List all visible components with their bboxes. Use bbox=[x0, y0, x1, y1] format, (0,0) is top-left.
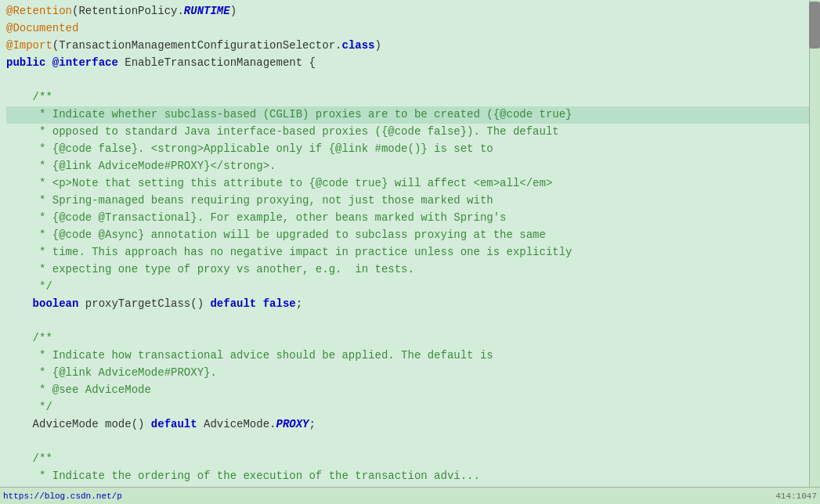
code-token: ; bbox=[296, 296, 302, 313]
code-line-10: * {@link AdviceMode#PROXY}</strong>. bbox=[6, 158, 814, 175]
code-line-28: * Indicate the ordering of the execution… bbox=[6, 468, 814, 485]
code-line-20: /** bbox=[6, 330, 814, 347]
code-line-15: * time. This approach has no negative im… bbox=[6, 244, 814, 261]
code-token bbox=[256, 296, 262, 313]
code-line-24: */ bbox=[6, 399, 814, 416]
code-line-14: * {@code @Async} annotation will be upgr… bbox=[6, 227, 814, 244]
code-token: * Indicate whether subclass-based (CGLIB… bbox=[6, 106, 573, 124]
code-line-11: * <p>Note that setting this attribute to… bbox=[6, 175, 814, 193]
bottom-bar-coords: 414:1047 bbox=[775, 491, 817, 501]
code-token: */ bbox=[6, 279, 52, 296]
code-line-21: * Indicate how transactional advice shou… bbox=[6, 347, 814, 365]
scrollbar[interactable] bbox=[809, 0, 820, 504]
code-line-3: @Import(TransactionManagementConfigurati… bbox=[6, 38, 814, 55]
code-token: * expecting one type of proxy vs another… bbox=[6, 261, 414, 279]
code-token: * {@code @Async} annotation will be upgr… bbox=[6, 227, 546, 244]
code-token: public bbox=[6, 55, 45, 72]
code-token bbox=[45, 55, 52, 72]
code-token: ; bbox=[309, 416, 316, 434]
code-token: false bbox=[263, 296, 296, 313]
code-token: @Retention bbox=[6, 3, 72, 20]
code-line-8: * opposed to standard Java interface-bas… bbox=[6, 124, 814, 141]
code-token: @Import bbox=[6, 38, 52, 55]
code-token: /** bbox=[6, 330, 52, 347]
code-line-5 bbox=[6, 72, 814, 89]
code-token: boolean bbox=[6, 296, 78, 313]
code-line-7: * Indicate whether subclass-based (CGLIB… bbox=[6, 106, 814, 124]
code-line-19 bbox=[6, 313, 814, 330]
code-token: */ bbox=[6, 399, 52, 416]
scrollbar-thumb[interactable] bbox=[809, 2, 820, 49]
code-line-22: * {@link AdviceMode#PROXY}. bbox=[6, 365, 814, 382]
code-line-2: @Documented bbox=[6, 20, 814, 38]
code-line-23: * @see AdviceMode bbox=[6, 382, 814, 399]
code-token: /** bbox=[6, 451, 52, 468]
code-line-26 bbox=[6, 434, 814, 451]
code-token: (RetentionPolicy. bbox=[72, 3, 184, 20]
code-line-16: * expecting one type of proxy vs another… bbox=[6, 261, 814, 279]
code-token: * {@link AdviceMode#PROXY}</strong>. bbox=[6, 158, 276, 175]
code-line-27: /** bbox=[6, 451, 814, 468]
code-token: * Spring-managed beans requiring proxyin… bbox=[6, 193, 493, 210]
code-token: /** bbox=[6, 89, 52, 106]
code-line-17: */ bbox=[6, 279, 814, 296]
code-token: * Indicate how transactional advice shou… bbox=[6, 347, 493, 365]
code-token: * {@code @Transactional}. For example, o… bbox=[6, 210, 507, 227]
code-line-1: @Retention(RetentionPolicy.RUNTIME) bbox=[6, 3, 814, 20]
code-line-9: * {@code false}. <strong>Applicable only… bbox=[6, 141, 814, 158]
code-token: * opposed to standard Java interface-bas… bbox=[6, 124, 565, 141]
code-token: ) bbox=[230, 3, 237, 20]
code-token: (TransactionManagementConfigurationSelec… bbox=[52, 38, 342, 55]
code-line-4: public @interface EnableTransactionManag… bbox=[6, 55, 814, 72]
code-token: AdviceMode. bbox=[197, 416, 276, 434]
code-token: * {@link AdviceMode#PROXY}. bbox=[6, 365, 217, 382]
code-token: PROXY bbox=[276, 416, 309, 434]
code-token: * {@code false}. <strong>Applicable only… bbox=[6, 141, 493, 158]
code-token: * <p>Note that setting this attribute to… bbox=[6, 175, 552, 193]
code-token: RUNTIME bbox=[184, 3, 230, 20]
code-token: * Indicate the ordering of the execution… bbox=[6, 468, 480, 485]
code-token: @Documented bbox=[6, 20, 78, 38]
code-line-13: * {@code @Transactional}. For example, o… bbox=[6, 210, 814, 227]
bottom-bar: https://blog.csdn.net/p 414:1047 bbox=[0, 487, 820, 504]
code-line-18: boolean proxyTargetClass() default false… bbox=[6, 296, 814, 313]
code-container: @Retention(RetentionPolicy.RUNTIME)@Docu… bbox=[0, 0, 820, 504]
code-token: ) bbox=[375, 38, 381, 55]
code-token: default bbox=[151, 416, 197, 434]
code-token: proxyTargetClass() bbox=[78, 296, 210, 313]
code-token: * time. This approach has no negative im… bbox=[6, 244, 573, 261]
code-token: EnableTransactionManagement { bbox=[118, 55, 316, 72]
bottom-bar-url[interactable]: https://blog.csdn.net/p bbox=[3, 491, 122, 501]
code-line-25: AdviceMode mode() default AdviceMode.PRO… bbox=[6, 416, 814, 434]
code-line-6: /** bbox=[6, 89, 814, 106]
code-token: * @see AdviceMode bbox=[6, 382, 151, 399]
code-token: default bbox=[210, 296, 256, 313]
code-token: AdviceMode mode() bbox=[6, 416, 151, 434]
code-token: class bbox=[341, 38, 374, 55]
code-token: @interface bbox=[52, 55, 118, 72]
code-line-12: * Spring-managed beans requiring proxyin… bbox=[6, 193, 814, 210]
code-area: @Retention(RetentionPolicy.RUNTIME)@Docu… bbox=[0, 0, 820, 488]
